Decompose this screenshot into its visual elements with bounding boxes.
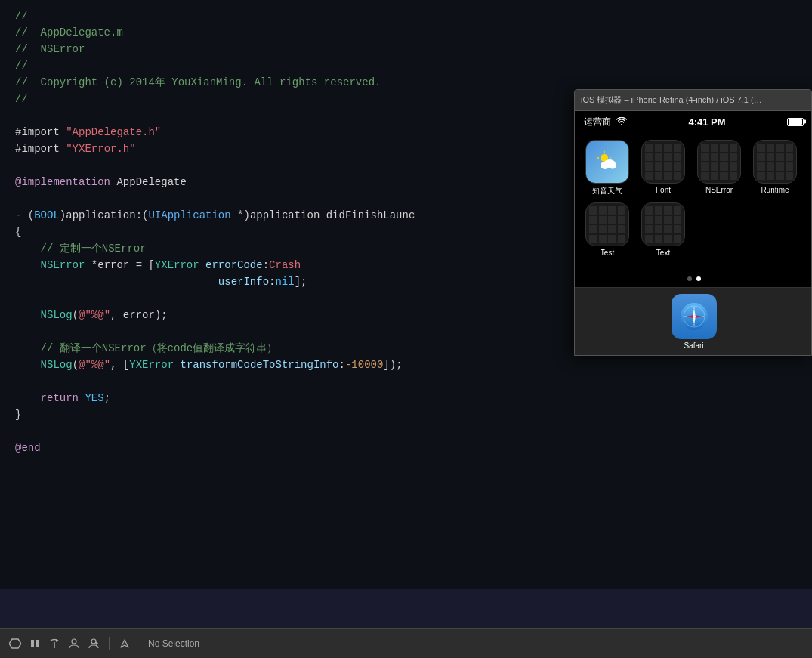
svg-marker-29 xyxy=(121,640,128,647)
weather-app-icon xyxy=(585,140,629,184)
code-line xyxy=(15,423,797,440)
code-line: // AppDelegate.m xyxy=(15,24,797,41)
runtime-app-icon xyxy=(753,140,797,184)
app-label-test: Test xyxy=(601,249,614,257)
app-label-font: Font xyxy=(656,186,671,194)
app-row-2: Test Text xyxy=(582,202,805,257)
page-indicator xyxy=(575,270,812,287)
simulator-screen: 运营商 4:41 PM xyxy=(575,111,812,355)
code-line xyxy=(15,373,797,390)
svg-point-7 xyxy=(609,162,616,169)
code-line: } xyxy=(15,406,797,423)
text-app-icon xyxy=(641,202,685,246)
app-label-nserror: NSError xyxy=(705,186,733,194)
ios-dock: Safari xyxy=(575,287,812,355)
carrier-text: 运营商 xyxy=(584,116,611,128)
safari-label: Safari xyxy=(684,341,703,350)
svg-line-9 xyxy=(608,170,610,173)
code-line: // xyxy=(15,8,797,24)
person-up-icon[interactable] xyxy=(86,636,101,651)
location-icon[interactable] xyxy=(117,636,132,651)
svg-point-26 xyxy=(91,639,96,644)
code-line: // Copyright (c) 2014年 YouXianMing. All … xyxy=(15,74,797,91)
page-dot-2 xyxy=(696,276,701,281)
ios-home-screen: 知音天气 Font xyxy=(575,132,812,270)
font-app-icon xyxy=(641,140,685,184)
step-over-icon[interactable] xyxy=(47,636,62,651)
svg-line-10 xyxy=(612,170,613,173)
breakpoint-icon[interactable] xyxy=(8,636,23,651)
page-dot-1 xyxy=(687,276,692,281)
wifi-icon xyxy=(616,117,627,127)
app-item-font[interactable]: Font xyxy=(638,140,688,196)
safari-app-icon xyxy=(672,294,717,339)
ios-carrier: 运营商 xyxy=(584,116,627,128)
ios-simulator: iOS 模拟器 – iPhone Retina (4-inch) / iOS 7… xyxy=(574,89,812,356)
app-item-test[interactable]: Test xyxy=(582,202,632,257)
code-line: @end xyxy=(15,440,797,456)
toolbar-status: No Selection xyxy=(148,638,199,649)
test-app-icon xyxy=(585,202,629,246)
ios-statusbar: 运营商 4:41 PM xyxy=(575,111,812,132)
svg-point-15 xyxy=(693,315,696,318)
app-label-weather: 知音天气 xyxy=(592,186,622,196)
code-line: NSLog(@"%@", [YXError transformCodeToStr… xyxy=(15,357,797,373)
app-item-nserror[interactable]: NSError xyxy=(694,140,744,196)
svg-line-8 xyxy=(604,170,606,173)
svg-marker-20 xyxy=(9,639,21,648)
app-item-runtime[interactable]: Runtime xyxy=(750,140,800,196)
app-label-text: Text xyxy=(656,249,670,257)
simulator-titlebar: iOS 模拟器 – iPhone Retina (4-inch) / iOS 7… xyxy=(575,90,811,111)
svg-point-25 xyxy=(72,639,76,644)
nserror-app-icon xyxy=(697,140,741,184)
svg-rect-22 xyxy=(36,640,39,647)
dock-item-safari[interactable]: Safari xyxy=(672,294,717,350)
ios-time: 4:41 PM xyxy=(688,116,725,128)
add-person-icon[interactable] xyxy=(66,636,82,651)
battery-icon xyxy=(787,118,804,126)
svg-rect-21 xyxy=(31,640,34,647)
svg-point-6 xyxy=(601,162,610,169)
pause-icon[interactable] xyxy=(27,636,42,651)
toolbar-divider-2 xyxy=(140,637,140,650)
app-item-weather[interactable]: 知音天气 xyxy=(582,140,632,196)
battery-fill xyxy=(789,119,802,125)
app-row-1: 知音天气 Font xyxy=(582,140,805,196)
toolbar-divider xyxy=(109,637,110,650)
app-label-runtime: Runtime xyxy=(761,186,789,194)
code-line: return YES; xyxy=(15,390,797,406)
ios-battery xyxy=(787,118,804,126)
code-line: // xyxy=(15,57,797,74)
code-line: // NSError xyxy=(15,41,797,57)
simulator-title: iOS 模拟器 – iPhone Retina (4-inch) / iOS 7… xyxy=(581,94,762,106)
app-item-text[interactable]: Text xyxy=(638,202,688,257)
bottom-toolbar: No Selection xyxy=(0,628,812,658)
